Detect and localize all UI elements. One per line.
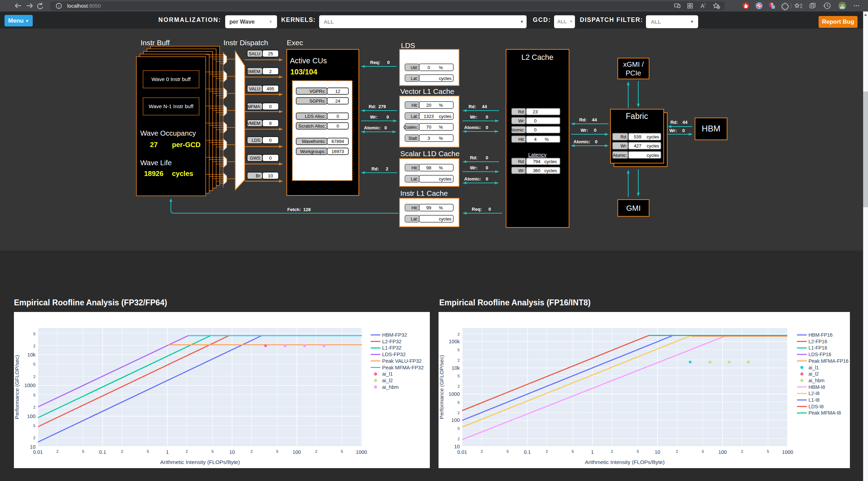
- svg-text:Peak VALU-FP32: Peak VALU-FP32: [382, 358, 421, 364]
- svg-text:10k: 10k: [452, 365, 460, 371]
- svg-text:0: 0: [534, 127, 536, 133]
- svg-text:1: 1: [166, 449, 169, 455]
- svg-text:5: 5: [458, 426, 460, 431]
- svg-text:Util:: Util:: [411, 65, 418, 70]
- svg-text:44: 44: [682, 120, 688, 125]
- svg-text:cycles: cycles: [439, 176, 452, 182]
- svg-text:0: 0: [486, 114, 488, 120]
- svg-text:Peak MFMA-FP16: Peak MFMA-FP16: [808, 358, 849, 364]
- svg-text:98: 98: [426, 165, 431, 170]
- svg-text:12: 12: [335, 89, 340, 94]
- svg-text:Vector L1 Cache: Vector L1 Cache: [400, 87, 454, 95]
- svg-text:2: 2: [315, 449, 317, 454]
- svg-text:Rd:: Rd:: [518, 159, 525, 164]
- svg-text:i: i: [58, 4, 59, 8]
- svg-text:70: 70: [426, 125, 431, 130]
- svg-text:5: 5: [147, 449, 149, 454]
- svg-text:Wr:: Wr:: [518, 168, 525, 173]
- svg-text:100: 100: [451, 417, 460, 423]
- svg-text:5: 5: [702, 449, 704, 454]
- svg-text:L2-I8: L2-I8: [808, 391, 820, 396]
- svg-text:%: %: [545, 137, 549, 142]
- svg-text:2: 2: [611, 449, 613, 454]
- svg-text:SALU:: SALU:: [249, 51, 261, 56]
- svg-text:L2-FP32: L2-FP32: [382, 339, 402, 344]
- svg-text:5: 5: [82, 449, 84, 454]
- svg-text:2: 2: [56, 449, 58, 454]
- svg-text:cycles: cycles: [439, 216, 452, 222]
- svg-text:Wr:: Wr:: [621, 144, 627, 149]
- svg-text:VALU:: VALU:: [249, 87, 261, 91]
- svg-text:Performance (GFLOP/sec): Performance (GFLOP/sec): [439, 355, 444, 419]
- svg-text:24: 24: [335, 98, 340, 104]
- svg-text:L2 Cache: L2 Cache: [521, 53, 553, 62]
- svg-text:per-GCD: per-GCD: [172, 141, 200, 149]
- svg-text:44: 44: [592, 117, 597, 122]
- svg-text:LDS: LDS: [401, 41, 415, 49]
- svg-text:0: 0: [682, 128, 685, 133]
- svg-text:Performance (GFLOP/sec): Performance (GFLOP/sec): [14, 355, 20, 419]
- svg-text:L1-FP32: L1-FP32: [382, 345, 402, 351]
- svg-text:2: 2: [458, 411, 460, 415]
- svg-text:0: 0: [269, 104, 271, 109]
- svg-text:2: 2: [741, 449, 743, 454]
- svg-text:Atomic:: Atomic:: [364, 125, 381, 130]
- svg-text:103/104: 103/104: [290, 68, 317, 76]
- svg-text:cycles: cycles: [439, 114, 452, 119]
- svg-text:Rd:: Rd:: [369, 104, 376, 109]
- svg-text:HBM: HBM: [702, 124, 720, 133]
- svg-text:L2-FP16: L2-FP16: [808, 339, 827, 344]
- svg-text:Stall:: Stall:: [408, 136, 418, 141]
- svg-text:0: 0: [594, 128, 596, 133]
- svg-text:Wavefronts:: Wavefronts:: [302, 139, 326, 144]
- svg-text:1323: 1323: [424, 114, 434, 119]
- svg-text:2: 2: [458, 332, 460, 336]
- svg-text:100: 100: [718, 449, 727, 455]
- svg-text:MFMA:: MFMA:: [247, 104, 261, 109]
- svg-text:Empirical Roofline Analysis (F: Empirical Roofline Analysis (FP32/FP64): [14, 298, 167, 307]
- svg-text:5: 5: [212, 449, 214, 454]
- svg-text:Atomic:: Atomic:: [511, 128, 525, 133]
- svg-text:Rd:: Rd:: [470, 155, 478, 160]
- svg-text:0: 0: [486, 155, 488, 160]
- svg-text::8050: :8050: [88, 3, 101, 9]
- svg-text:Wr:: Wr:: [470, 165, 477, 170]
- svg-text:Hit:: Hit:: [411, 206, 418, 210]
- svg-text:Instr Buff: Instr Buff: [141, 39, 170, 47]
- svg-text:%: %: [439, 125, 443, 130]
- svg-text:2: 2: [269, 69, 271, 74]
- svg-text:Wr:: Wr:: [581, 128, 588, 133]
- svg-text:2: 2: [546, 449, 548, 454]
- svg-text:Scratch Alloc:: Scratch Alloc:: [298, 123, 326, 129]
- svg-text:1: 1: [591, 449, 594, 455]
- svg-text:0.1: 0.1: [99, 449, 106, 455]
- svg-text:Workgroups:: Workgroups:: [300, 149, 326, 154]
- svg-text:cycles: cycles: [439, 76, 452, 81]
- svg-text:10k: 10k: [27, 352, 36, 358]
- svg-text:GMI: GMI: [626, 204, 641, 213]
- svg-text:Atomic:: Atomic:: [464, 125, 481, 130]
- svg-text:5: 5: [458, 400, 460, 404]
- svg-text:427: 427: [634, 143, 641, 149]
- svg-text:VMEM:: VMEM:: [247, 121, 261, 126]
- svg-text:4: 4: [534, 137, 536, 142]
- svg-text:cycles: cycles: [544, 168, 557, 173]
- svg-text:0.01: 0.01: [33, 449, 43, 455]
- svg-text:2: 2: [458, 358, 460, 362]
- svg-text:44: 44: [482, 104, 487, 109]
- svg-text:Lat:: Lat:: [411, 76, 418, 81]
- svg-text:5: 5: [33, 424, 35, 428]
- svg-text:495: 495: [267, 86, 274, 91]
- svg-text:279: 279: [378, 104, 386, 109]
- svg-text:HBM-FP32: HBM-FP32: [382, 332, 407, 338]
- svg-text:20: 20: [426, 103, 431, 108]
- svg-text:Lat:: Lat:: [411, 114, 418, 119]
- svg-text:Rd:: Rd:: [670, 120, 678, 125]
- svg-text:ai_l1: ai_l1: [808, 365, 819, 370]
- svg-text:25: 25: [268, 51, 273, 56]
- svg-text:0: 0: [337, 123, 339, 129]
- svg-text:16973: 16973: [331, 149, 344, 154]
- svg-text:539: 539: [634, 134, 641, 139]
- svg-text:Hit:: Hit:: [411, 103, 418, 108]
- svg-text:Atomic:: Atomic:: [613, 153, 627, 158]
